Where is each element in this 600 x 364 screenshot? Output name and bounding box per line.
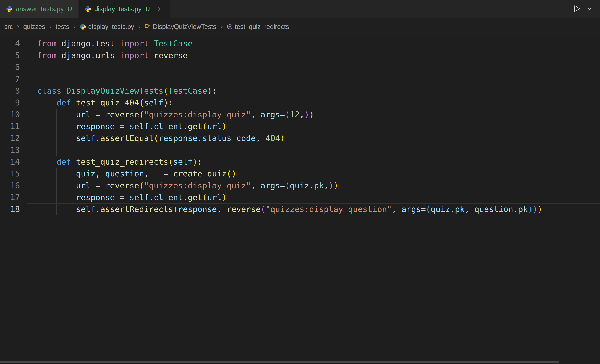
line-number[interactable]: 13 [0, 144, 27, 156]
code-line-18[interactable]: 18 self.assertRedirects(response, revers… [0, 203, 600, 215]
breadcrumb-item-quizzes[interactable]: quizzes [23, 23, 45, 30]
code-content[interactable]: quiz, question, _ = create_quiz() [27, 168, 600, 180]
breadcrumb-item-label: tests [56, 23, 69, 30]
tab-close-icon[interactable] [156, 5, 164, 13]
editor-tabs: answer_tests.pyUdisplay_tests.pyU [0, 0, 170, 18]
code-lines: 34from django.test import TestCase5from … [0, 36, 600, 215]
code-line-11[interactable]: 11 response = self.client.get(url) [0, 121, 600, 132]
code-content[interactable]: response = self.client.get(url) [27, 121, 600, 132]
run-button[interactable] [572, 4, 581, 14]
indent-guide [37, 121, 38, 132]
line-number[interactable]: 4 [0, 38, 27, 49]
run-dropdown-button[interactable] [585, 4, 594, 14]
line-number[interactable]: 7 [0, 73, 27, 85]
line-number[interactable]: 16 [0, 180, 27, 192]
code-line-8[interactable]: 8class DisplayQuizViewTests(TestCase): [0, 85, 600, 97]
code-content[interactable]: def test_quiz_404(self): [27, 97, 600, 109]
indent-guide [56, 144, 57, 156]
code-content[interactable]: url = reverse("quizzes:display_quiz", ar… [27, 180, 600, 192]
python-icon [6, 6, 13, 12]
code-content[interactable]: from django.test import TestCase [27, 38, 600, 49]
indent-guide [37, 203, 38, 215]
git-status-badge: U [68, 6, 72, 13]
code-line-6[interactable]: 6 [0, 61, 600, 73]
line-number[interactable]: 11 [0, 121, 27, 132]
line-number[interactable]: 12 [0, 132, 27, 144]
line-number[interactable]: 14 [0, 156, 27, 168]
breadcrumb: srcquizzestestsdisplay_tests.pyDisplayQu… [0, 18, 600, 36]
breadcrumb-item-label: src [4, 23, 13, 30]
code-line-17[interactable]: 17 response = self.client.get(url) [0, 192, 600, 203]
code-line-15[interactable]: 15 quiz, question, _ = create_quiz() [0, 168, 600, 180]
line-number[interactable]: 5 [0, 49, 27, 61]
code-content[interactable] [27, 73, 600, 85]
line-number[interactable]: 9 [0, 97, 27, 109]
indent-guide [56, 132, 57, 144]
code-line-9[interactable]: 9 def test_quiz_404(self): [0, 97, 600, 109]
line-number[interactable]: 8 [0, 85, 27, 97]
editor-actions [572, 0, 600, 18]
line-number[interactable]: 17 [0, 192, 27, 203]
breadcrumb-separator-chevron-icon [72, 24, 77, 29]
vscode-editor-window: answer_tests.pyUdisplay_tests.pyU srcqui… [0, 0, 600, 364]
code-line-16[interactable]: 16 url = reverse("quizzes:display_quiz",… [0, 180, 600, 192]
indent-guide [56, 192, 57, 203]
code-line-12[interactable]: 12 self.assertEqual(response.status_code… [0, 132, 600, 144]
breadcrumb-item-display_tests.py[interactable]: display_tests.py [80, 23, 134, 30]
code-line-5[interactable]: 5from django.urls import reverse [0, 49, 600, 61]
code-content[interactable]: response = self.client.get(url) [27, 192, 600, 203]
code-line-10[interactable]: 10 url = reverse("quizzes:display_quiz",… [0, 109, 600, 121]
breadcrumb-separator-chevron-icon [219, 24, 224, 29]
code-content[interactable] [27, 36, 600, 38]
code-line-13[interactable]: 13 [0, 144, 600, 156]
git-status-badge: U [145, 6, 150, 13]
line-number[interactable]: 15 [0, 168, 27, 180]
tab-display_tests.py[interactable]: display_tests.pyU [79, 0, 170, 18]
code-line-7[interactable]: 7 [0, 73, 600, 85]
code-line-14[interactable]: 14 def test_quiz_redirects(self): [0, 156, 600, 168]
breadcrumb-item-src[interactable]: src [4, 23, 13, 30]
code-content[interactable]: url = reverse("quizzes:display_quiz", ar… [27, 109, 600, 121]
line-number[interactable]: 6 [0, 61, 27, 73]
indent-guide [56, 121, 57, 132]
code-content[interactable]: self.assertRedirects(response, reverse("… [27, 203, 600, 215]
code-content[interactable] [27, 144, 600, 156]
indent-guide [37, 156, 38, 168]
indent-guide [37, 132, 38, 144]
line-number[interactable]: 10 [0, 109, 27, 121]
play-icon [572, 4, 581, 13]
breadcrumb-separator-chevron-icon [137, 24, 142, 29]
breadcrumb-item-test_quiz_redirects[interactable]: test_quiz_redirects [227, 23, 289, 30]
code-editor[interactable]: 34from django.test import TestCase5from … [0, 36, 600, 364]
breadcrumb-item-DisplayQuizViewTests[interactable]: DisplayQuizViewTests [145, 23, 216, 30]
indent-guide [37, 144, 38, 156]
line-number[interactable]: 18 [0, 203, 27, 215]
code-line-3[interactable]: 3 [0, 36, 600, 38]
breadcrumb-separator-chevron-icon [48, 24, 53, 29]
code-content[interactable]: class DisplayQuizViewTests(TestCase): [27, 85, 600, 97]
breadcrumb-item-tests[interactable]: tests [56, 23, 69, 30]
tab-label: answer_tests.py [16, 5, 64, 13]
code-content[interactable]: def test_quiz_redirects(self): [27, 156, 600, 168]
breadcrumb-item-label: display_tests.py [88, 23, 134, 30]
tab-label: display_tests.py [94, 5, 141, 13]
tab-answer_tests.py[interactable]: answer_tests.pyU [0, 0, 79, 18]
breadcrumb-item-label: test_quiz_redirects [235, 23, 289, 30]
indent-guide [37, 180, 38, 192]
indent-guide [56, 203, 57, 215]
tab-bar: answer_tests.pyUdisplay_tests.pyU [0, 0, 600, 18]
chevron-down-icon [586, 5, 593, 13]
line-number[interactable]: 3 [0, 36, 27, 38]
horizontal-scrollbar[interactable] [0, 361, 560, 363]
code-content[interactable]: self.assertEqual(response.status_code, 4… [27, 132, 600, 144]
python-icon [85, 6, 91, 12]
indent-guide [56, 180, 57, 192]
code-line-4[interactable]: 4from django.test import TestCase [0, 38, 600, 49]
code-content[interactable]: from django.urls import reverse [27, 49, 600, 61]
indent-guide [37, 109, 38, 121]
class-icon [145, 24, 151, 30]
code-content[interactable] [27, 61, 600, 73]
breadcrumb-item-label: DisplayQuizViewTests [153, 23, 216, 30]
indent-guide [56, 168, 57, 180]
breadcrumb-separator-chevron-icon [15, 24, 21, 29]
